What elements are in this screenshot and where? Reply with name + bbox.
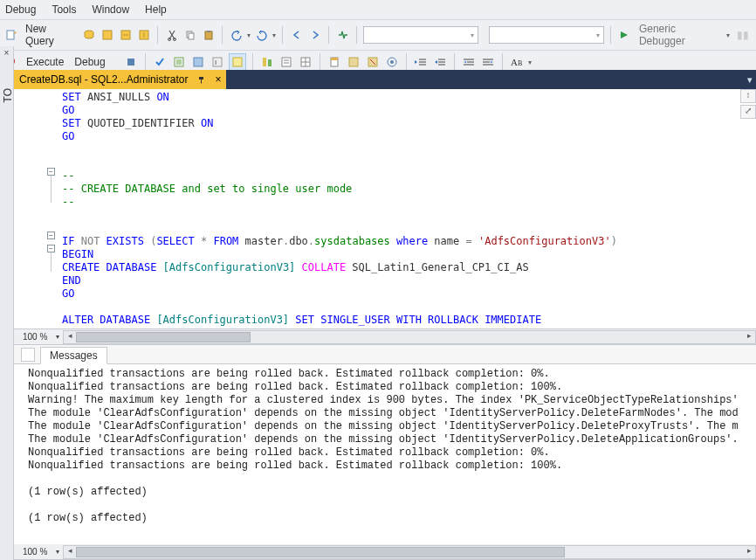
svg-rect-24 xyxy=(268,59,271,66)
svg-rect-12 xyxy=(207,31,210,32)
separator xyxy=(502,53,503,71)
document-area: CreateDB.sql - SQL2...Administrator × ▾ … xyxy=(14,70,756,560)
separator xyxy=(145,53,146,71)
dmx-query-icon[interactable] xyxy=(118,27,133,43)
editor-hscrollbar[interactable]: ◂ ▸ xyxy=(63,330,756,344)
solution-combo[interactable]: ▾ xyxy=(363,26,478,44)
svg-rect-18 xyxy=(176,59,182,65)
xmla-query-icon[interactable] xyxy=(136,27,151,43)
new-query-button[interactable]: New Query xyxy=(22,23,78,47)
separator xyxy=(157,26,158,44)
fold-toggle-icon[interactable]: − xyxy=(47,232,55,239)
specify-values-icon[interactable] xyxy=(384,54,400,70)
start-debug-icon[interactable] xyxy=(617,27,632,43)
svg-rect-0 xyxy=(7,31,14,39)
increase-indent-icon[interactable] xyxy=(480,54,496,70)
scroll-thumb[interactable] xyxy=(76,332,251,342)
left-tool-label[interactable]: TO xyxy=(0,85,16,106)
redo-dropdown-icon[interactable]: ▾ xyxy=(272,31,276,39)
tab-overflow-icon[interactable]: ▾ xyxy=(747,74,753,86)
svg-rect-25 xyxy=(282,58,291,66)
svg-rect-2 xyxy=(103,31,112,39)
include-client-stats-icon[interactable] xyxy=(259,54,275,70)
messages-pane[interactable]: Nonqualified transactions are being roll… xyxy=(14,364,756,544)
undo-icon[interactable] xyxy=(229,27,244,43)
menu-window[interactable]: Window xyxy=(92,3,129,16)
cancel-query-icon[interactable] xyxy=(123,54,139,70)
separator xyxy=(610,26,611,44)
intellisense-icon[interactable]: I xyxy=(210,54,225,70)
editor-status-row: 100 % ▾ ◂ ▸ xyxy=(14,329,756,345)
svg-text:A: A xyxy=(511,57,518,67)
new-item-icon[interactable] xyxy=(3,27,18,43)
debug-pause-disabled: ▮▮ xyxy=(733,29,753,41)
toolbar-main: New Query ▾ ▾ ▾ ▾ Generic Debugger ▾ ▮▮ xyxy=(0,20,756,51)
platform-combo[interactable]: ▾ xyxy=(489,26,604,44)
parse-icon[interactable] xyxy=(152,54,168,70)
uncomment-icon[interactable] xyxy=(365,54,381,70)
mdx-query-icon[interactable] xyxy=(100,27,114,43)
query-options-icon[interactable] xyxy=(190,54,206,70)
menu-debug[interactable]: Debug xyxy=(5,3,36,16)
fold-toggle-icon[interactable]: − xyxy=(47,245,55,252)
split-icon[interactable]: ↕ xyxy=(740,89,756,103)
code-text[interactable]: SET ANSI_NULLS ON GO SET QUOTED_IDENTIFI… xyxy=(55,89,756,328)
case-dropdown-icon[interactable]: ▾ xyxy=(528,59,532,66)
zoom-dropdown-bottom-icon[interactable]: ▾ xyxy=(56,548,59,556)
nav-back-icon[interactable] xyxy=(289,27,304,43)
svg-rect-16 xyxy=(127,59,134,66)
close-tab-icon[interactable]: × xyxy=(215,73,221,86)
cut-icon[interactable] xyxy=(164,27,179,43)
fold-line xyxy=(51,176,52,203)
scroll-right-icon[interactable]: ▸ xyxy=(743,331,755,343)
scroll-right-icon[interactable]: ▸ xyxy=(743,546,755,558)
activity-monitor-icon[interactable] xyxy=(335,27,350,43)
paste-icon[interactable] xyxy=(201,27,216,43)
code-editor[interactable]: − − − SET ANSI_NULLS ON GO SET QUOTED_ID… xyxy=(14,89,756,329)
messages-hscrollbar[interactable]: ◂ ▸ xyxy=(63,545,756,559)
separator xyxy=(282,26,283,44)
left-close-icon[interactable]: × xyxy=(1,48,13,60)
expand-icon[interactable]: ⤢ xyxy=(740,105,756,119)
zoom-level-bottom[interactable]: 100 % xyxy=(14,547,56,557)
svg-rect-11 xyxy=(205,31,212,39)
copy-icon[interactable] xyxy=(182,27,197,43)
results-to-grid-icon[interactable] xyxy=(298,54,313,70)
menu-help[interactable]: Help xyxy=(145,3,167,16)
db-engine-query-icon[interactable] xyxy=(81,27,96,43)
results-tab-row: Messages xyxy=(14,345,756,364)
scroll-thumb[interactable] xyxy=(76,547,565,557)
debug-button[interactable]: Debug xyxy=(71,56,108,68)
document-tab-bar: CreateDB.sql - SQL2...Administrator × ▾ xyxy=(14,70,756,89)
undo-dropdown-icon[interactable]: ▾ xyxy=(247,31,251,39)
messages-tab[interactable]: Messages xyxy=(40,347,107,364)
fold-line xyxy=(51,252,52,272)
zoom-level[interactable]: 100 % xyxy=(14,332,56,342)
scroll-left-icon[interactable]: ◂ xyxy=(64,546,76,558)
execute-button[interactable]: Execute xyxy=(23,56,67,68)
zoom-dropdown-icon[interactable]: ▾ xyxy=(56,333,59,341)
editor-side-icons: ↕ ⤢ xyxy=(740,89,756,121)
indent-icon[interactable] xyxy=(413,54,429,70)
comment-icon[interactable] xyxy=(346,54,361,70)
debugger-label[interactable]: Generic Debugger xyxy=(636,23,723,47)
pin-icon[interactable] xyxy=(198,75,204,84)
decrease-indent-icon[interactable] xyxy=(461,54,477,70)
redo-icon[interactable] xyxy=(254,27,269,43)
debugger-dropdown-icon[interactable]: ▾ xyxy=(726,31,730,39)
gutter: − − − xyxy=(14,89,55,328)
outdent-icon[interactable] xyxy=(432,54,448,70)
results-to-text-icon[interactable] xyxy=(278,54,294,70)
results-to-file-icon[interactable] xyxy=(326,54,342,70)
include-actual-plan-icon[interactable] xyxy=(229,53,246,71)
estimated-plan-icon[interactable] xyxy=(171,54,187,70)
left-tool-window: × TO xyxy=(0,46,14,560)
scroll-left-icon[interactable]: ◂ xyxy=(64,331,76,343)
tab-title: CreateDB.sql - SQL2...Administrator xyxy=(19,73,188,86)
toggle-case-icon[interactable]: AB xyxy=(509,54,525,70)
document-tab[interactable]: CreateDB.sql - SQL2...Administrator × xyxy=(14,70,226,89)
nav-fwd-icon[interactable] xyxy=(307,27,322,43)
messages-icon xyxy=(21,348,35,362)
menu-tools[interactable]: Tools xyxy=(52,3,76,16)
fold-toggle-icon[interactable]: − xyxy=(47,168,55,176)
